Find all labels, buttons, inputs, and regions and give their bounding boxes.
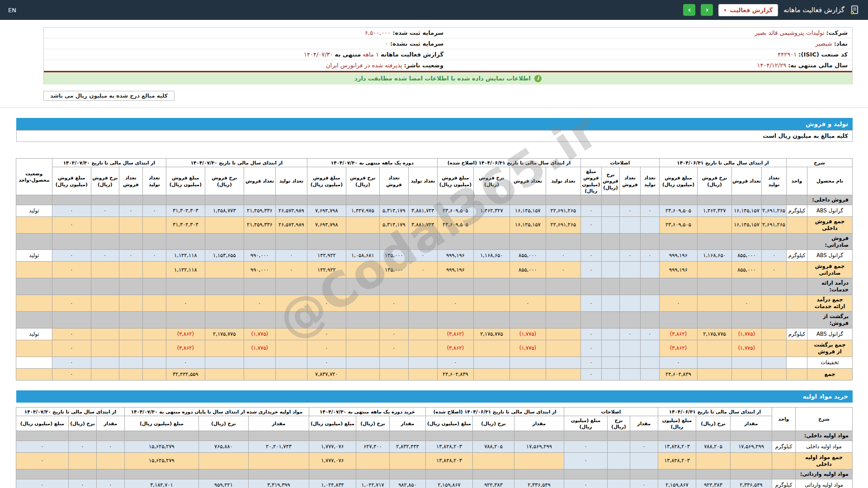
- sub-col-header: مقدار: [514, 416, 564, 431]
- group-header: از ابتدای سال مالی تا تاریخ ۱۴۰۴/۰۷/۳۰: [166, 159, 307, 167]
- report-type-select[interactable]: گزارش فعالیت ▾: [718, 4, 778, 16]
- value-cell: ۰: [379, 295, 408, 312]
- value-cell: ۰: [52, 368, 91, 380]
- value-cell: [546, 195, 580, 205]
- sub-col-header: مقدار: [731, 416, 772, 431]
- value-cell: [732, 312, 762, 328]
- value-cell: [698, 233, 732, 250]
- value-cell: [244, 368, 275, 380]
- value-cell: [389, 431, 425, 441]
- sub-col-header: نرخ (ریال): [198, 416, 248, 431]
- value-cell: [698, 195, 732, 205]
- unit-cell: [772, 431, 796, 441]
- value-cell: ۱۳,۸۴۸,۲۰۳: [425, 453, 472, 469]
- value-cell: ۰: [52, 328, 91, 340]
- value-cell: [564, 431, 607, 441]
- value-cell: ۱۵,۶۲۵,۲۷۹: [124, 453, 198, 469]
- value-cell: (۱,۷۷۵): [244, 328, 275, 340]
- value-cell: [142, 295, 166, 312]
- value-cell: ۸۵۵,۰۰۰: [732, 262, 762, 278]
- value-cell: [379, 195, 408, 205]
- unit-cell: [787, 262, 807, 278]
- value-cell: ۲۲,۶۹۱,۲۶۵: [546, 205, 580, 216]
- unit-cell: کیلوگرم: [772, 441, 796, 453]
- main-content: تولید و فروش کلیه مبالغ به میلیون ریال ا…: [16, 118, 853, 488]
- sub-col-header: تعداد تولید: [408, 167, 437, 195]
- unit-cell: کیلوگرم: [787, 328, 807, 340]
- unit-cell: [787, 295, 807, 312]
- value-cell: ۰: [580, 216, 601, 233]
- value-cell: [619, 195, 640, 205]
- table-row: گرانول ABSکیلوگرم(۱,۷۷۵)۲,۱۷۵,۷۷۵(۳,۸۶۲)…: [16, 328, 852, 340]
- value-cell: [408, 328, 437, 340]
- row-label: فروش داخلی:: [807, 195, 853, 205]
- sub-col-header: مبلغ (میلیون ریال): [124, 416, 198, 431]
- value-cell: [52, 233, 91, 250]
- value-cell: ۱,۱۵۳,۶۵۵: [205, 250, 244, 262]
- value-cell: ۰: [564, 453, 607, 469]
- value-cell: ۰: [580, 262, 601, 278]
- value-cell: [16, 431, 68, 441]
- value-cell: ۹۵۹,۴۲۱: [198, 479, 248, 488]
- value-cell: [408, 233, 437, 250]
- group-header: اصلاحات: [580, 159, 659, 167]
- value-cell: [248, 431, 309, 441]
- value-cell: ۲۳,۶۰۹,۵۰۵: [437, 216, 473, 233]
- value-cell: ۷,۶۹۴,۷۹۸: [307, 205, 346, 216]
- value-cell: [346, 278, 379, 295]
- group-header: از ابتدای سال مالی تا تاریخ ۱۴۰۳/۰۷/۳۰: [16, 407, 124, 416]
- value-cell: [472, 469, 514, 479]
- next-report-button[interactable]: ›: [683, 4, 695, 16]
- value-cell: [346, 262, 379, 278]
- sub-col-header: تعداد تولید: [275, 167, 307, 195]
- value-cell: [762, 195, 787, 205]
- value-cell: ۲,۳۳۶,۵۴۹: [731, 479, 772, 488]
- production-sales-section-bar: تولید و فروش: [16, 118, 853, 130]
- value-cell: ۳,۳۱۹,۳۹۹: [248, 479, 309, 488]
- value-cell: [619, 340, 640, 357]
- value-cell: [205, 368, 244, 380]
- info-value: ۶,۵۰۰,۰۰۰: [365, 29, 391, 36]
- value-cell: [142, 195, 166, 205]
- prev-report-button[interactable]: ‹: [701, 4, 713, 16]
- value-cell: [580, 233, 601, 250]
- value-cell: [198, 431, 248, 441]
- value-cell: [630, 469, 658, 479]
- value-cell: ۹۹۹,۱۹۶: [659, 262, 697, 278]
- value-cell: [356, 453, 389, 469]
- value-cell: ۰: [52, 250, 91, 262]
- value-cell: [346, 312, 379, 328]
- sub-col-header: نرخ فروش (ریال): [205, 167, 244, 195]
- report-select-label: گزارش فعالیت: [730, 7, 773, 14]
- value-cell: ۰: [630, 479, 658, 488]
- info-col-left: سرمایه ثبت شده: ۶,۵۰۰,۰۰۰ سرمایه ثبت نشد…: [44, 28, 448, 71]
- table-row: برگشت از فروش:: [16, 312, 852, 328]
- status-cell: [16, 262, 52, 278]
- value-cell: ۲۱,۴۵۹,۳۳۶: [244, 216, 275, 233]
- value-cell: [607, 453, 630, 469]
- value-cell: [619, 357, 640, 368]
- value-cell: [275, 357, 307, 368]
- value-cell: [659, 312, 697, 328]
- status-cell: [16, 278, 52, 295]
- value-cell: [509, 278, 546, 295]
- sub-col-header: مقدار: [96, 416, 124, 431]
- value-cell: [640, 233, 659, 250]
- group-header: مواد اولیه خریداری شده از ابتدای سال تا …: [124, 407, 309, 416]
- group-header: از ابتدای سال مالی تا تاریخ ۱۴۰۴/۰۶/۳۱ (…: [437, 159, 580, 167]
- row-label: مواد اولیه داخلی: [796, 441, 853, 453]
- value-cell: [762, 312, 787, 328]
- language-toggle-en[interactable]: EN: [8, 7, 16, 14]
- value-cell: [696, 469, 731, 479]
- value-cell: [514, 453, 564, 469]
- value-cell: ۸۵۵,۰۰۰: [732, 250, 762, 262]
- value-cell: [379, 312, 408, 328]
- value-cell: ۹۹۰,۰۰۰: [244, 250, 275, 262]
- info-row: سرمایه ثبت شده: ۶,۵۰۰,۰۰۰: [44, 28, 448, 38]
- value-cell: ۰: [379, 328, 408, 340]
- value-cell: ۰: [16, 479, 68, 488]
- info-icon: i: [534, 75, 542, 82]
- value-cell: (۱,۷۷۵): [244, 340, 275, 357]
- table-row: تخفیفات۰۰۰۰۰۰: [16, 357, 852, 368]
- value-cell: ۰: [166, 357, 205, 368]
